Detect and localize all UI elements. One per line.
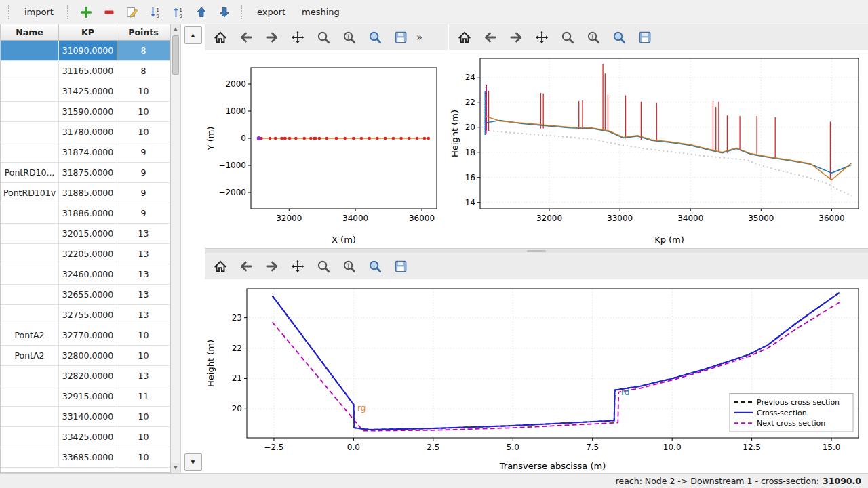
scrollbar-thumb[interactable] — [172, 35, 179, 75]
toolbar-grip[interactable] — [8, 5, 11, 19]
cell-name — [1, 407, 59, 426]
table-row[interactable]: 32015.000013 — [1, 224, 170, 244]
plan-view-toolbar: i » — [205, 24, 448, 50]
zoom-info-button[interactable]: i — [336, 256, 362, 277]
zoom-button[interactable] — [311, 26, 336, 48]
table-row[interactable]: 31165.00008 — [1, 61, 170, 81]
table-row[interactable]: 32205.000013 — [1, 244, 170, 264]
table-row[interactable]: 32820.000013 — [1, 366, 170, 386]
pan-button[interactable] — [285, 256, 311, 277]
table-row[interactable]: PontRD101v31885.00009 — [1, 183, 170, 203]
save-button[interactable] — [388, 26, 414, 48]
plan-view-svg[interactable]: 320003400036000−2000−1000010002000X (m)Y… — [205, 50, 448, 247]
toolbar-overflow-chevron[interactable]: » — [416, 31, 422, 43]
status-bar: reach: Node 2 -> Downstream 1 - cross-se… — [0, 473, 868, 488]
column-header-name[interactable]: Name — [1, 24, 59, 40]
zoom-area-button[interactable] — [606, 26, 632, 48]
plan-view-chart[interactable]: 320003400036000−2000−1000010002000X (m)Y… — [205, 50, 448, 247]
back-button[interactable] — [233, 256, 259, 277]
forward-button[interactable] — [259, 26, 285, 48]
zoom-button[interactable] — [311, 256, 336, 277]
forward-button[interactable] — [259, 256, 285, 277]
main-toolbar: import 1919 export meshing — [0, 0, 868, 24]
forward-button[interactable] — [503, 26, 529, 48]
table-row[interactable]: 31425.000010 — [1, 81, 170, 102]
svg-text:1000: 1000 — [225, 106, 246, 116]
save-button[interactable] — [632, 26, 658, 48]
cell-kp: 31886.0000 — [59, 203, 117, 223]
table-row[interactable]: PontRD10...31875.00009 — [1, 163, 170, 183]
zoom-info-button[interactable]: i — [580, 26, 606, 48]
home-button[interactable] — [208, 26, 233, 48]
cell-points: 10 — [117, 346, 170, 365]
cross-section-chart[interactable]: −2.50.02.55.07.510.012.515.020212223Tran… — [205, 279, 868, 473]
save-icon — [637, 30, 652, 45]
cell-name — [1, 427, 59, 447]
column-header-kp[interactable]: KP — [59, 24, 117, 40]
import-button[interactable]: import — [18, 3, 60, 20]
cell-points: 9 — [117, 203, 170, 223]
table-row[interactable]: 32915.000011 — [1, 386, 170, 407]
sort-desc-button[interactable]: 19 — [146, 3, 165, 22]
table-scrollbar[interactable]: ▲ ▼ — [171, 24, 181, 473]
longitudinal-profile-chart[interactable]: 3200033000340003500036000141618202224Kp … — [449, 50, 868, 247]
cross-section-toolbar: i — [205, 253, 868, 279]
pan-button[interactable] — [285, 26, 311, 48]
table-row[interactable]: 31886.00009 — [1, 203, 170, 224]
zoom-button[interactable] — [555, 26, 580, 48]
table-row[interactable]: 32655.000013 — [1, 285, 170, 305]
table-row[interactable]: 32460.000013 — [1, 264, 170, 285]
move-down-button[interactable] — [215, 3, 234, 22]
svg-text:34000: 34000 — [342, 214, 368, 223]
table-row[interactable]: PontA232770.000010 — [1, 325, 170, 346]
edit-button[interactable] — [123, 3, 142, 22]
pan-button[interactable] — [529, 26, 555, 48]
back-button[interactable] — [477, 26, 503, 48]
save-icon — [393, 30, 408, 45]
table-row[interactable]: 33140.000010 — [1, 407, 170, 427]
zoom-area-button[interactable] — [362, 26, 388, 48]
home-button[interactable] — [208, 256, 233, 277]
move-up-button[interactable] — [192, 3, 211, 22]
table-row[interactable]: 33685.000010 — [1, 447, 170, 468]
scroll-down-button[interactable]: ▼ — [171, 463, 180, 473]
cell-name — [1, 264, 59, 284]
back-button[interactable] — [233, 26, 259, 48]
move-section-down-button[interactable]: ▼ — [184, 453, 202, 471]
svg-text:7.5: 7.5 — [586, 443, 599, 452]
cell-kp: 31425.0000 — [59, 81, 117, 101]
scroll-up-button[interactable]: ▲ — [171, 24, 180, 35]
zoom-area-button[interactable] — [362, 256, 388, 277]
add-button[interactable] — [77, 3, 96, 22]
cell-points: 9 — [117, 183, 170, 203]
table-row[interactable]: 31090.00008 — [1, 41, 170, 61]
home-button[interactable] — [452, 26, 477, 48]
plan-view-panel: i » 320003400036000−2000−1000010002000X … — [205, 24, 448, 248]
chart-legend: Previous cross-sectionCross-sectionNext … — [730, 394, 853, 432]
table-row[interactable]: 31874.00009 — [1, 142, 170, 163]
toolbar-grip[interactable] — [67, 5, 70, 19]
sort-asc-button[interactable]: 19 — [169, 3, 188, 22]
cell-name — [1, 61, 59, 81]
longitudinal-profile-svg[interactable]: 3200033000340003500036000141618202224Kp … — [449, 50, 868, 247]
cell-name — [1, 224, 59, 243]
zoom-info-button[interactable]: i — [336, 26, 362, 48]
table-row[interactable]: 32755.000013 — [1, 305, 170, 325]
move-section-up-button[interactable]: ▲ — [184, 26, 202, 44]
sort-asc-icon: 19 — [172, 5, 185, 19]
table-row[interactable]: 33425.000010 — [1, 427, 170, 447]
zoom-info-icon: i — [342, 30, 357, 45]
zoom-area-icon — [368, 30, 382, 45]
remove-button[interactable] — [100, 3, 119, 22]
cross-section-svg[interactable]: −2.50.02.55.07.510.012.515.020212223Tran… — [205, 279, 868, 473]
toolbar-grip[interactable] — [241, 5, 243, 19]
table-row[interactable]: PontA232800.000010 — [1, 346, 170, 366]
save-button[interactable] — [388, 256, 414, 277]
table-row[interactable]: 31590.000010 — [1, 102, 170, 122]
horizontal-splitter[interactable] — [205, 248, 868, 253]
meshing-button[interactable]: meshing — [295, 3, 347, 20]
table-row[interactable]: 31780.000010 — [1, 122, 170, 142]
column-header-points[interactable]: Points — [117, 24, 170, 40]
export-button[interactable]: export — [250, 3, 292, 20]
remove-icon — [102, 5, 116, 19]
